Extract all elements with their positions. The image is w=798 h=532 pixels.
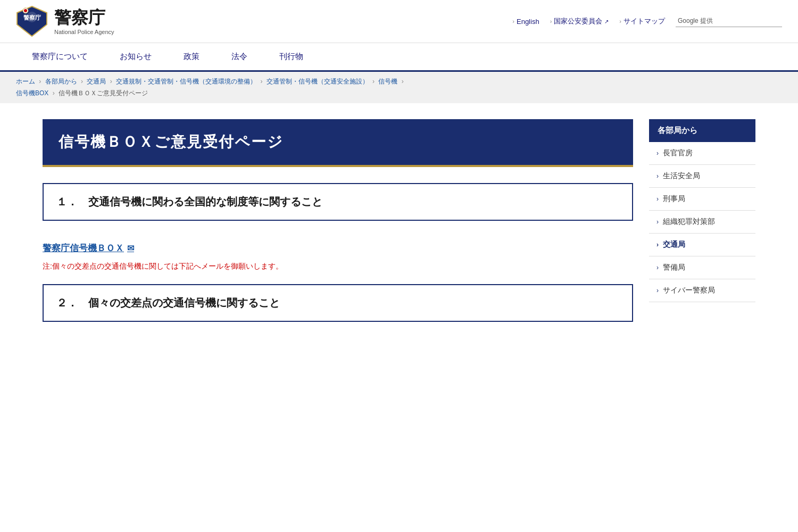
breadcrumb-traffic-control[interactable]: 交通管制・信号機（交通安全施設） — [267, 78, 369, 85]
chevron-icon: › — [512, 18, 514, 24]
chevron-icon: › — [656, 264, 659, 271]
svg-point-4 — [24, 9, 27, 12]
main-layout: 信号機ＢＯＸご意見受付ページ １． 交通信号機に関わる全国的な制度等に関すること… — [27, 103, 771, 351]
breadcrumb: ホーム › 各部局から › 交通局 › 交通規制・交通管制・信号機（交通環境の整… — [0, 72, 798, 103]
chevron-icon: › — [550, 18, 552, 24]
breadcrumb-current: 信号機ＢＯＸご意見受付ページ — [59, 89, 148, 97]
page-title: 信号機ＢＯＸご意見受付ページ — [59, 132, 617, 152]
nav-item-about[interactable]: 警察庁について — [16, 43, 104, 72]
breadcrumb-sep: › — [39, 78, 41, 85]
top-bar: 警察庁 警察庁 National Police Agency › English… — [0, 0, 798, 43]
nav-item-law[interactable]: 法令 — [215, 43, 263, 72]
svg-text:警察庁: 警察庁 — [23, 14, 41, 21]
logo-title-en: National Police Agency — [54, 29, 114, 35]
breadcrumb-sep: › — [110, 78, 112, 85]
logo-text-group: 警察庁 National Police Agency — [54, 7, 114, 35]
sitemap-link[interactable]: › サイトマップ — [619, 16, 665, 26]
nav-item-news[interactable]: お知らせ — [104, 43, 168, 72]
main-content: 信号機ＢＯＸご意見受付ページ １． 交通信号機に関わる全国的な制度等に関すること… — [43, 119, 633, 335]
sidebar-item-soshiki[interactable]: › 組織犯罪対策部 — [649, 211, 755, 234]
sidebar-header: 各部局から — [649, 119, 755, 142]
sidebar: 各部局から › 長官官房 › 生活安全局 › 刑事局 › 組織犯罪対策部 › 交… — [649, 119, 755, 335]
google-search-input[interactable] — [716, 17, 780, 25]
chevron-icon: › — [619, 18, 621, 24]
nav-item-publications[interactable]: 刊行物 — [263, 43, 319, 72]
breadcrumb-sep: › — [402, 78, 404, 85]
breadcrumb-sep: › — [372, 78, 375, 85]
chevron-icon: › — [656, 241, 659, 248]
section-1-title: １． 交通信号機に関わる全国的な制度等に関すること — [56, 195, 619, 209]
breadcrumb-signal[interactable]: 信号機 — [378, 78, 397, 85]
section-box-1: １． 交通信号機に関わる全国的な制度等に関すること — [43, 183, 633, 221]
npa-committee-link[interactable]: › 国家公安委員会 ↗ — [550, 16, 609, 26]
nav-bar: 警察庁について お知らせ 政策 法令 刊行物 — [0, 43, 798, 72]
sidebar-item-keiji[interactable]: › 刑事局 — [649, 188, 755, 211]
sidebar-item-kotsu[interactable]: › 交通局 — [649, 234, 755, 256]
nav-item-policy[interactable]: 政策 — [168, 43, 215, 72]
chevron-icon: › — [656, 172, 659, 180]
section-box-2: ２． 個々の交差点の交通信号機に関すること — [43, 284, 633, 322]
sidebar-item-keibi[interactable]: › 警備局 — [649, 256, 755, 279]
breadcrumb-sep: › — [53, 89, 55, 97]
mailbox-link[interactable]: 警察庁信号機ＢＯＸ ✉ — [43, 242, 134, 254]
chevron-icon: › — [656, 149, 659, 157]
logo-title-ja: 警察庁 — [54, 7, 114, 28]
english-link[interactable]: › English — [512, 18, 539, 26]
breadcrumb-traffic-regulation[interactable]: 交通規制・交通管制・信号機（交通環境の整備） — [116, 78, 256, 85]
top-links: › English › 国家公安委員会 ↗ › サイトマップ Google 提供 — [512, 15, 782, 27]
chevron-icon: › — [656, 195, 659, 203]
logo-area: 警察庁 警察庁 National Police Agency — [16, 5, 114, 37]
sidebar-item-seikatsu[interactable]: › 生活安全局 — [649, 165, 755, 188]
section-2-title: ２． 個々の交差点の交通信号機に関すること — [56, 296, 619, 310]
breadcrumb-bukyoku[interactable]: 各部局から — [45, 78, 77, 85]
breadcrumb-signal-box[interactable]: 信号機BOX — [16, 89, 48, 97]
breadcrumb-home[interactable]: ホーム — [16, 78, 35, 85]
sidebar-item-chokangobou[interactable]: › 長官官房 — [649, 142, 755, 165]
chevron-icon: › — [656, 218, 659, 226]
sidebar-item-cyber[interactable]: › サイバー警察局 — [649, 279, 755, 302]
chevron-icon: › — [656, 287, 659, 294]
mailbox-note: 注:個々の交差点の交通信号機に関しては下記へメールを御願いします。 — [43, 262, 633, 271]
breadcrumb-sep: › — [260, 78, 262, 85]
external-link-icon: ↗ — [604, 19, 609, 24]
breadcrumb-traffic-bureau[interactable]: 交通局 — [87, 78, 106, 85]
google-label: Google 提供 — [678, 16, 713, 26]
breadcrumb-sep: › — [81, 78, 83, 85]
google-search-area: Google 提供 — [676, 15, 782, 27]
page-title-box: 信号機ＢＯＸご意見受付ページ — [43, 119, 633, 167]
mail-icon: ✉ — [127, 243, 134, 253]
logo-shield-icon: 警察庁 — [16, 5, 48, 37]
